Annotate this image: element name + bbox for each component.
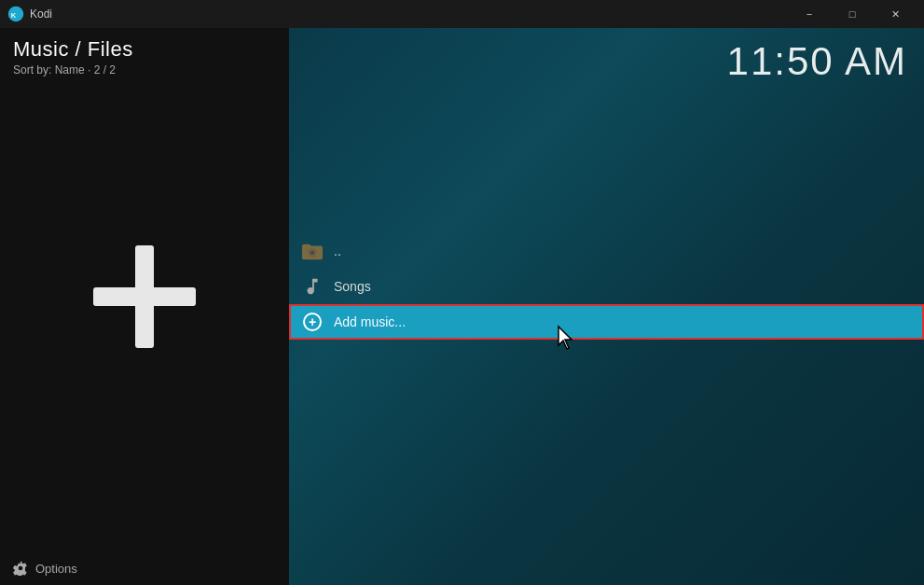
title-bar: K Kodi − □ ✕ [0, 0, 924, 28]
file-list: .. Songs + Add music... [289, 233, 924, 340]
songs-label: Songs [334, 279, 371, 294]
music-icon [302, 276, 323, 297]
content-area: 11:50 AM .. [289, 28, 924, 585]
svg-rect-3 [302, 244, 310, 249]
add-music-item[interactable]: + Add music... [289, 304, 924, 340]
list-item[interactable]: Songs [289, 269, 924, 304]
page-title: Music / Files [13, 37, 276, 62]
clock-display: 11:50 AM [727, 39, 907, 84]
titlebar-app-name: Kodi [30, 7, 52, 21]
sidebar-header: Music / Files Sort by: Name · 2 / 2 [0, 28, 289, 80]
parent-dir-label: .. [334, 244, 341, 258]
sort-info: Sort by: Name · 2 / 2 [13, 63, 276, 77]
main-layout: Music / Files Sort by: Name · 2 / 2 Opti… [0, 28, 924, 585]
svg-text:K: K [11, 11, 17, 20]
titlebar-left: K Kodi [7, 6, 52, 22]
kodi-logo-icon: K [7, 6, 24, 22]
titlebar-controls: − □ ✕ [788, 0, 917, 28]
list-item[interactable]: .. [289, 233, 924, 269]
minimize-button[interactable]: − [788, 0, 831, 28]
maximize-button[interactable]: □ [831, 0, 874, 28]
close-button[interactable]: ✕ [874, 0, 917, 28]
options-label: Options [35, 562, 77, 576]
gear-icon [13, 561, 28, 576]
sidebar: Music / Files Sort by: Name · 2 / 2 Opti… [0, 28, 289, 585]
add-media-icon [93, 245, 196, 348]
svg-point-5 [310, 251, 314, 255]
folder-icon [302, 241, 323, 261]
plus-icon: + [302, 312, 323, 332]
options-footer[interactable]: Options [0, 551, 289, 585]
add-music-label: Add music... [334, 314, 406, 329]
